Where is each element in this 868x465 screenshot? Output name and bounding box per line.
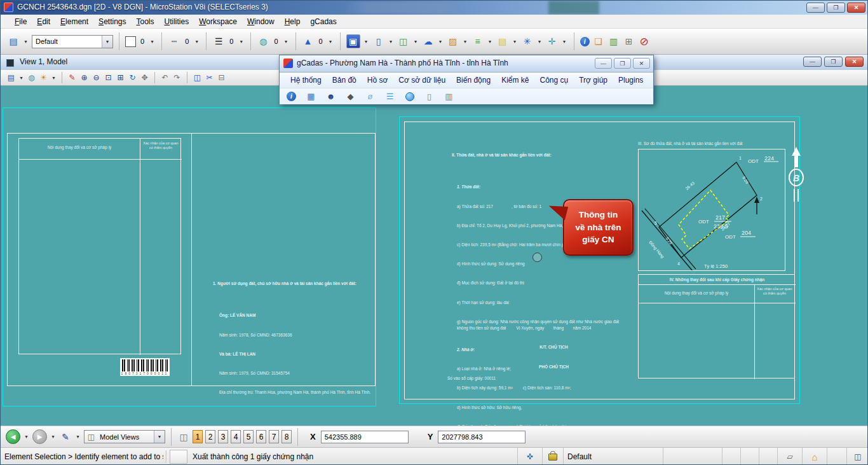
pan-view-icon[interactable]: ✥ (139, 73, 150, 83)
active-element-attributes-icon[interactable]: ▤ (7, 35, 20, 48)
work-mode-icon[interactable]: ⌂ (802, 448, 827, 465)
gcadas-parcel-polygon-icon[interactable]: ◆ (345, 91, 356, 102)
gcadas-close-button[interactable]: ✕ (633, 58, 650, 69)
window-area-icon[interactable]: ⊡ (103, 73, 114, 83)
image-dropdown[interactable]: ▾ (462, 35, 469, 48)
menu-tools[interactable]: Tools (131, 16, 159, 27)
view-previous-icon[interactable]: ↶ (159, 73, 170, 83)
project-explorer-icon[interactable]: ❏ (592, 35, 605, 48)
snap-mode-icon[interactable]: ✜ (517, 448, 542, 465)
view-rotation-dropdown[interactable]: ▾ (74, 431, 81, 443)
references-icon[interactable]: ◫ (397, 35, 410, 48)
image-icon[interactable]: ▨ (447, 35, 459, 48)
drawing-viewport[interactable]: Nội dung thay đổi và cơ sở pháp lý Xác n… (1, 86, 868, 426)
color-dropdown[interactable]: ▾ (149, 35, 156, 48)
gcadas-menu-cong-cu[interactable]: Công cụ (536, 74, 573, 86)
gcadas-users-icon[interactable]: ☻ (325, 91, 336, 102)
menu-element[interactable]: Element (55, 16, 93, 27)
priority-icon[interactable]: ▲ (302, 35, 315, 48)
view-minimize-button[interactable]: — (803, 57, 822, 67)
brightness-dropdown[interactable]: ▾ (50, 71, 57, 84)
acs-icon[interactable]: ✛ (546, 35, 559, 48)
view-group-combo[interactable]: ◫ Model Views ▾ (84, 430, 165, 443)
acs-dropdown[interactable]: ▾ (561, 35, 568, 48)
selection-set-icon[interactable]: ▱ (777, 448, 802, 465)
close-button[interactable]: ✕ (847, 3, 865, 13)
gcadas-minimize-button[interactable]: — (595, 58, 612, 69)
menu-workspace[interactable]: Workspace (194, 16, 242, 27)
gcadas-columns-icon[interactable]: ▥ (444, 91, 454, 102)
rotate-view-icon[interactable]: ↻ (127, 73, 138, 83)
update-view-icon[interactable]: ✎ (67, 73, 78, 83)
transparency-dropdown[interactable]: ▾ (283, 35, 290, 48)
disable-icon[interactable]: ⊘ (638, 35, 651, 48)
circle-element[interactable] (532, 253, 542, 262)
menu-window[interactable]: Window (242, 16, 280, 27)
gcadas-restore-button[interactable]: ❐ (614, 58, 631, 69)
zoom-in-icon[interactable]: ⊕ (79, 73, 90, 83)
gcadas-menu-ban-do[interactable]: Bản đồ (328, 74, 361, 86)
menu-utilities[interactable]: Utilities (159, 16, 194, 27)
raster-manager-icon[interactable]: ☁ (422, 35, 435, 48)
view-attributes-icon[interactable]: ▤ (6, 73, 17, 83)
clip-mask-icon[interactable]: ⊟ (216, 73, 227, 83)
status-segment[interactable] (170, 450, 187, 464)
models-icon[interactable]: ▣ (346, 34, 360, 48)
gcadas-layers-remove-icon[interactable]: ☰ (384, 91, 395, 102)
view-toggle-8[interactable]: 8 (281, 430, 292, 443)
view-toggle-4[interactable]: 4 (231, 430, 241, 443)
forward-history-dropdown[interactable]: ▾ (50, 431, 57, 443)
view-toggle-2[interactable]: 2 (205, 430, 215, 443)
display-style-icon[interactable]: ◍ (26, 73, 37, 83)
clip-volume-icon[interactable]: ✂ (204, 73, 215, 83)
gcadas-table-icon[interactable]: ▦ (306, 91, 316, 102)
models-dropdown[interactable]: ▾ (363, 35, 370, 48)
gcadas-menu-co-so-du-lieu[interactable]: Cơ sở dữ liệu (394, 74, 450, 86)
view-toggle-1[interactable]: 1 (193, 430, 203, 443)
element-information-icon[interactable]: i (580, 37, 590, 46)
gcadas-menu-he-thong[interactable]: Hệ thống (286, 74, 326, 86)
y-coordinate-input[interactable] (438, 431, 526, 443)
menu-gcadas[interactable]: gCadas (305, 16, 341, 27)
active-level-combo[interactable]: Default ▾ (32, 35, 113, 48)
gcadas-doc-remove-icon[interactable]: ▯ (424, 91, 435, 102)
adjust-brightness-icon[interactable]: ☀ (38, 73, 49, 83)
view-restore-button[interactable]: ❐ (824, 57, 843, 67)
view-next-icon[interactable]: ↷ (172, 73, 182, 83)
line-weight-dropdown[interactable]: ▾ (238, 35, 245, 48)
view-next-button[interactable]: ▶ (32, 429, 47, 444)
active-color-swatch[interactable] (125, 36, 136, 47)
view-rotation-icon[interactable]: ✎ (59, 431, 72, 443)
dialog-with-focus-icon[interactable]: ◫ (846, 448, 868, 465)
grid-icon[interactable]: ⊞ (623, 35, 635, 48)
menu-settings[interactable]: Settings (93, 16, 131, 27)
attributes-dropdown[interactable]: ▾ (22, 35, 29, 48)
sheet-icon[interactable]: ▯ (372, 35, 385, 48)
gcadas-info-icon[interactable]: i (286, 91, 297, 102)
raster-dropdown[interactable]: ▾ (437, 35, 444, 48)
line-style-icon[interactable]: ┅ (168, 35, 180, 48)
snaps-icon[interactable]: ✳ (521, 35, 534, 48)
saved-views-dropdown[interactable]: ▾ (487, 35, 494, 48)
sheet-dropdown[interactable]: ▾ (388, 35, 395, 48)
line-style-dropdown[interactable]: ▾ (193, 35, 200, 48)
active-level-status[interactable]: Default (563, 448, 663, 465)
gcadas-menu-kiem-ke[interactable]: Kiểm kê (497, 74, 533, 86)
menu-help[interactable]: Help (280, 16, 306, 27)
locks-icon[interactable] (542, 448, 563, 465)
transparency-icon[interactable]: ◍ (257, 35, 269, 48)
gcadas-menu-tro-giup[interactable]: Trợ giúp (574, 74, 612, 86)
cascade-views-icon[interactable]: ◫ (177, 431, 190, 443)
view-close-button[interactable]: ✕ (845, 57, 864, 67)
level-manager-dropdown[interactable]: ▾ (512, 35, 519, 48)
view-attributes-dropdown[interactable]: ▾ (18, 71, 25, 84)
menu-edit[interactable]: Edit (32, 16, 55, 27)
gcadas-menu-ho-so[interactable]: Hồ sơ (363, 74, 393, 86)
view-toggle-3[interactable]: 3 (218, 430, 228, 443)
copy-view-icon[interactable]: ◫ (192, 73, 203, 83)
menu-file[interactable]: File (10, 16, 32, 27)
gcadas-hide-icon[interactable]: ø (365, 91, 376, 102)
line-weight-icon[interactable]: ☰ (212, 35, 225, 48)
fit-view-icon[interactable]: ⊞ (115, 73, 126, 83)
saved-views-icon[interactable]: ≡ (471, 35, 484, 48)
